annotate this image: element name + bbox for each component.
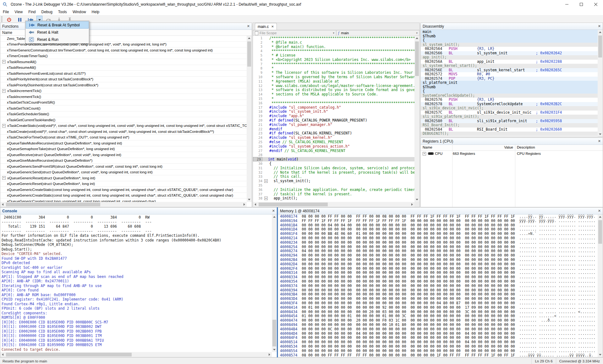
code-line[interactable]: 28 [253,153,414,157]
function-row[interactable]: xTaskPriorityInherit(const struct tskTas… [0,77,247,83]
memory-row[interactable]: 460082B4 00 00 00 00 00 00 00 00 00 00 0… [280,258,598,262]
memory-row[interactable]: 46008434 00 00 00 00 00 00 00 00 00 00 2… [280,310,598,314]
memory-vscrollbar[interactable] [598,215,603,357]
code-line[interactable]: 16 *************************************… [253,101,414,105]
memory-row[interactable]: 46008494 00 00 00 00 00 00 00 00 00 00 0… [280,323,598,327]
memory-row[interactable]: 460081F4 00 00 00 00 BB 4E 06 60 01 00 0… [280,232,598,236]
function-row[interactable]: +xTaskCreateStatic(void(void*)*, const c… [0,123,247,129]
function-row[interactable]: +xTaskResumeAll() [0,59,247,65]
minimize-button[interactable] [560,0,574,9]
expand-icon[interactable]: + [264,197,268,200]
memory-row[interactable]: 460083F4 00 00 00 00 00 00 00 00 00 00 0… [280,301,598,306]
disasm-instruction[interactable]: 08202576 PUSH {R3, LR} [421,98,598,102]
function-row[interactable]: xQueueGenericReset(struct QueueDefinitio… [0,181,247,187]
disasm-instruction[interactable]: 08202566 BL sl_system_init ; 0x08202642 [421,51,598,56]
function-row[interactable]: xQueueReceive(struct QueueDefinition*, c… [0,152,247,158]
code-line[interactable]: 34+ sl_system_init(); [253,179,414,183]
function-row[interactable]: xTimerCreateTimerTask() [0,53,247,59]
menu-debug[interactable]: Debug [38,9,55,15]
function-row[interactable]: xTaskIncrementTick() [0,94,247,100]
code-editor[interactable]: 1/**************************************… [253,36,414,202]
memory-row[interactable]: 460084D4 00 00 00 00 00 00 00 00 04 00 0… [280,332,598,336]
editor-hscrollbar[interactable] [253,202,414,207]
disasm-source-line[interactable]: sli_si91x_platform_init(); [421,115,598,119]
code-line[interactable]: 35 [253,183,414,187]
disasm-label[interactable]: { [421,38,598,43]
disasm-label[interactable]: { [421,89,598,94]
code-line[interactable]: 14 * sections of the MSLA applicable to … [253,92,414,96]
code-line[interactable]: 7 **************************************… [253,62,414,66]
code-line[interactable]: 31 // Initialize Silicon Labs device, sy… [253,166,414,170]
code-line[interactable]: 27#endif // SL_CATALOG_KERNEL_PRESENT [253,149,414,153]
tab-close-icon[interactable]: ✕ [271,25,274,28]
menu-tools[interactable]: Tools [55,9,70,15]
disasm-instruction[interactable]: 08202572 MOVS R0, #0 [421,72,598,77]
code-line[interactable]: 10 * software is governed by the terms o… [253,75,414,79]
disasm-source-line[interactable]: sl_system_init(); [421,43,598,47]
function-row[interactable]: xQueueTakeMutexRecursive(struct QueueDef… [0,140,247,146]
function-row[interactable]: +xQueueGenericReset(struct QueueDefiniti… [0,175,247,181]
functions-hscrollbar[interactable] [0,202,247,207]
function-row[interactable]: xTaskPriorityDisinherit(const struct tsk… [0,82,247,88]
disasm-instruction[interactable]: 08202584 BL RSI_Board_Init ; 0x08202660 [421,128,598,132]
function-row[interactable]: xTaskResumeAll() [0,65,247,71]
code-line[interactable]: 8 * [253,66,414,71]
disassembly-listing[interactable]: main$Thumb{sl_system_init(); 08202564 PU… [421,30,598,137]
editor-vscrollbar[interactable] [414,36,419,202]
memory-row[interactable]: 46008254 00 00 00 00 00 00 00 00 00 00 0… [280,245,598,249]
menu-item-reset-run[interactable]: Reset & Run [26,36,89,43]
memory-row[interactable]: 46008334 00 00 00 00 00 00 00 00 00 00 0… [280,275,598,280]
code-line[interactable]: 21#include "sl_power_manager.h" [253,122,414,127]
code-line[interactable]: 23#if defined(SL_CATALOG_KERNEL_PRESENT) [253,131,414,136]
code-line[interactable]: 1/**************************************… [253,36,414,40]
function-row[interactable]: xTaskCheckForTimeOut(const struct xTIME_… [0,135,247,141]
memory-row[interactable]: 46008534 00 00 00 00 00 00 00 00 00 00 0… [280,345,598,349]
memory-row[interactable]: 46008314 00 00 00 00 00 00 00 00 00 00 0… [280,271,598,275]
expand-icon[interactable]: + [2,89,6,93]
menu-item-reset-halt[interactable]: Reset & Halt [26,29,89,36]
function-row[interactable]: xQueueGenericCreateStatic(const long uns… [0,187,247,193]
code-line[interactable]: 32 // Note that if the kernel is present… [253,170,414,175]
menu-find[interactable]: Find [25,9,38,15]
expand-icon[interactable]: + [264,179,268,183]
memory-hex-dump[interactable]: 46008174 08 00 00 00 FF FF 00 00 FF FF 0… [278,215,598,357]
memory-row[interactable]: 46008174 08 00 00 00 FF FF 00 00 FF FF 0… [280,215,598,219]
disasm-source-line[interactable]: DEBUGINIT(); [421,132,598,136]
code-line[interactable]: 2 * @file main.c [253,40,414,45]
disasm-instruction[interactable]: 0820256E BL sl_system_kernel_start ; 0x0… [421,68,598,73]
disasm-instruction[interactable]: 08202580 BL sli_si91x_platform_init ; 0x… [421,119,598,123]
memory-row[interactable]: 46008234 00 00 00 00 00 00 00 00 00 00 0… [280,241,598,245]
disasm-source-line[interactable]: sl_system_kernel_start(); [421,64,598,68]
memory-row[interactable]: 46008454 01 00 00 00 00 00 00 01 00 00 0… [280,314,598,318]
memory-row[interactable]: 460082F4 00 00 00 00 00 00 00 00 00 00 0… [280,267,598,271]
menu-view[interactable]: View [12,9,25,15]
function-row[interactable]: xQueueSemaphoreTake(struct QueueDefiniti… [0,146,247,152]
menu-item-reset-break-at-symbol[interactable]: Reset & Break At Symbol [26,21,89,29]
menu-file[interactable]: File [0,9,12,15]
code-line[interactable]: 13 * software is distributed to you in S… [253,88,414,92]
code-line[interactable]: 3 * @brief main() function. [253,45,414,49]
menu-window[interactable]: Window [70,9,89,15]
code-line[interactable]: 12 * www.silabs.com/about-us/legal/maste… [253,84,414,88]
code-line[interactable]: 4 **************************************… [253,49,414,53]
function-row[interactable]: xTaskGetCurrentTaskHandle() [0,117,247,123]
memory-row[interactable]: 46008374 00 00 00 00 00 00 00 00 00 00 0… [280,284,598,288]
registers-column-headers[interactable]: Name Value Description [421,145,603,151]
function-row[interactable]: xQueueGenericCreate(const long unsigned … [0,198,247,202]
disasm-label[interactable]: main [421,30,598,34]
memory-row[interactable]: 46008574 08 00 00 00 FF FF FF FF FF FF 0… [280,353,598,357]
code-line[interactable]: 5 * # License [253,53,414,57]
function-row[interactable]: xQueueGenericCreateStatic(const long uns… [0,193,247,199]
disasm-source-line[interactable]: SystemCoreClockUpdate(); [421,94,598,98]
code-line[interactable]: 38+ app_init(); [253,196,414,200]
memory-row[interactable]: 46008554 00 00 00 00 00 00 00 00 00 00 0… [280,349,598,353]
code-line[interactable]: 36 // Initialize the application. For ex… [253,187,414,192]
disassembly-vscrollbar[interactable] [598,30,603,137]
memory-row[interactable]: 46008294 00 00 00 00 00 00 00 00 00 00 0… [280,253,598,258]
memory-row[interactable]: 460081D4 00 00 00 00 00 00 00 00 00 00 0… [280,227,598,232]
code-line[interactable]: 24#include "sl_system_kernel.h" [253,135,414,140]
close-icon[interactable]: ✕ [598,209,601,213]
memory-row[interactable]: 46008394 00 00 00 00 00 00 00 00 00 00 0… [280,288,598,293]
memory-row[interactable]: 460084F4 00 00 00 00 00 00 00 00 00 00 0… [280,336,598,340]
memory-row[interactable]: 460082D4 00 00 00 00 00 00 00 00 00 00 0… [280,262,598,267]
